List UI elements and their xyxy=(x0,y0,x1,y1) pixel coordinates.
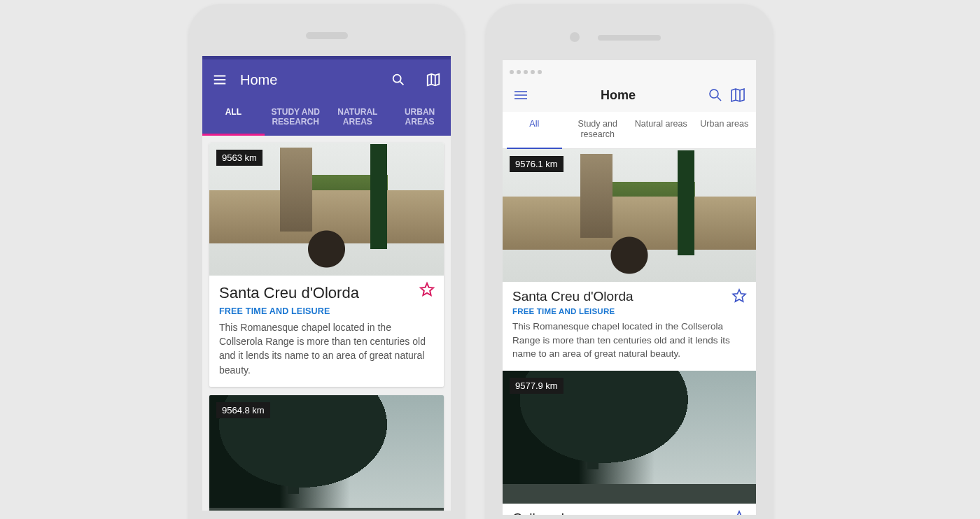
tab-natural-areas[interactable]: Natural areas xyxy=(629,112,693,148)
page-title: Home xyxy=(529,88,707,103)
tab-study-research[interactable]: STUDY AND RESEARCH xyxy=(265,100,327,136)
place-category: FREE TIME AND LEISURE xyxy=(219,306,434,316)
tab-bar: ALL STUDY AND RESEARCH NATURAL AREAS URB… xyxy=(202,100,451,136)
place-card[interactable]: 9563 km Santa Creu d'Olorda FREE TIME AN… xyxy=(209,143,444,387)
place-title: Santa Creu d'Olorda xyxy=(512,289,746,304)
tab-bar: All Study and research Natural areas Urb… xyxy=(503,112,756,149)
phone-ios: Home All Study and research Natural area… xyxy=(486,4,773,519)
favorite-button[interactable] xyxy=(731,509,749,515)
phone-speaker xyxy=(306,32,348,39)
place-image: 9577.9 km xyxy=(503,371,756,504)
phone-android: Home ALL STUDY AND RESEARCH NATURAL AREA… xyxy=(189,4,464,519)
tab-urban-areas[interactable]: Urban areas xyxy=(693,112,757,148)
tab-natural-areas[interactable]: NATURAL AREAS xyxy=(327,100,389,136)
screen-ios: Home All Study and research Natural area… xyxy=(503,60,756,515)
svg-point-1 xyxy=(710,90,718,98)
place-card[interactable]: 9576.1 km Santa Creu d'Olorda FREE TIME … xyxy=(503,149,756,371)
page-title: Home xyxy=(240,72,378,88)
tab-urban-areas[interactable]: URBAN AREAS xyxy=(388,100,451,136)
place-description: This Romanesque chapel located in the Co… xyxy=(512,320,746,361)
content-scroll[interactable]: 9576.1 km Santa Creu d'Olorda FREE TIME … xyxy=(503,149,756,515)
place-card[interactable]: 9577.9 km Collserola xyxy=(503,371,756,515)
place-description: This Romanesque chapel located in the Co… xyxy=(219,320,434,377)
tab-all[interactable]: All xyxy=(503,112,566,148)
favorite-button[interactable] xyxy=(419,281,437,299)
distance-badge: 9577.9 km xyxy=(510,378,564,394)
app-bar: Home xyxy=(202,59,451,100)
content-scroll[interactable]: 9563 km Santa Creu d'Olorda FREE TIME AN… xyxy=(202,136,451,511)
tab-all[interactable]: ALL xyxy=(202,100,265,136)
distance-badge: 9563 km xyxy=(216,150,262,166)
search-icon[interactable] xyxy=(391,72,406,87)
map-icon[interactable] xyxy=(729,87,746,104)
app-bar: Home xyxy=(503,78,756,112)
place-title: Santa Creu d'Olorda xyxy=(219,284,434,302)
favorite-button[interactable] xyxy=(731,287,749,306)
place-image: 9576.1 km xyxy=(503,149,756,282)
menu-icon[interactable] xyxy=(212,72,227,87)
place-category: FREE TIME AND LEISURE xyxy=(512,307,746,315)
screen-android: Home ALL STUDY AND RESEARCH NATURAL AREA… xyxy=(202,56,451,511)
distance-badge: 9564.8 km xyxy=(216,402,270,418)
window-controls xyxy=(503,60,756,78)
place-card[interactable]: 9564.8 km xyxy=(209,395,444,511)
menu-icon[interactable] xyxy=(512,87,529,104)
place-image: 9563 km xyxy=(209,143,444,276)
distance-badge: 9576.1 km xyxy=(510,156,564,172)
map-icon[interactable] xyxy=(426,72,441,87)
place-image: 9564.8 km xyxy=(209,395,444,511)
search-icon[interactable] xyxy=(707,87,724,104)
svg-point-0 xyxy=(393,75,401,83)
tab-study-research[interactable]: Study and research xyxy=(566,112,630,148)
place-title: Collserola xyxy=(512,511,746,515)
phone-speaker xyxy=(598,35,661,41)
phone-camera xyxy=(570,32,580,42)
